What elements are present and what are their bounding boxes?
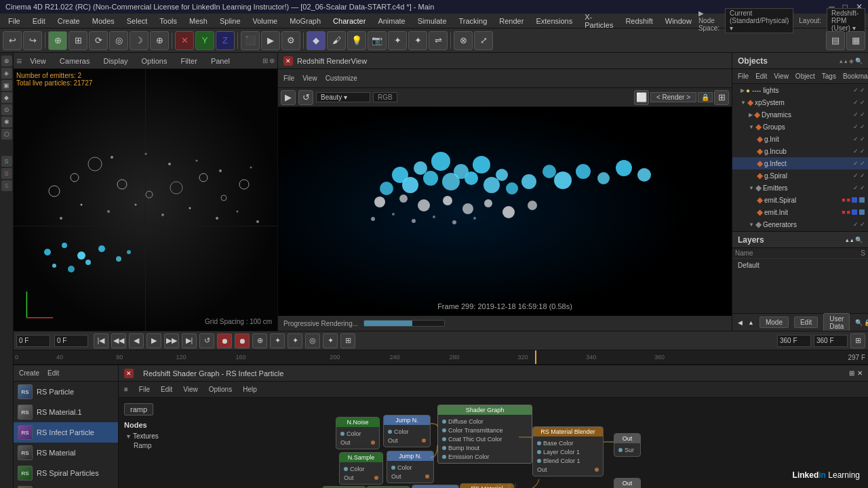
render-lock-btn[interactable]: 🔒	[698, 92, 713, 102]
menu-render[interactable]: Render	[494, 16, 529, 26]
render-content[interactable]: Frame 299: 2019-12-18 16:59:18 (0.58s)	[278, 107, 732, 316]
object-row-emitspiral[interactable]: ◆ emit.Spiral ■ ■	[732, 194, 868, 206]
object-row-emitinit[interactable]: ◆ emit.Init ■ ■	[732, 206, 868, 218]
ramp-node-label[interactable]: ramp	[124, 403, 153, 415]
shader-node-rsmatblend[interactable]: RS Material Blender Base Color Layer Col…	[532, 426, 604, 476]
sg-expand-btn[interactable]: ⊞	[849, 369, 854, 377]
material-item-rsm[interactable]: RS RS Material	[14, 443, 118, 463]
shader-graph-close[interactable]: ✕	[124, 369, 134, 378]
sidebar-icon-6[interactable]: ✱	[1, 117, 12, 127]
timeline-ruler[interactable]: 0 40 80 120 160 200 240 280 320 340 360 …	[14, 350, 868, 364]
nodes-ramp-item[interactable]: Ramp	[124, 441, 185, 450]
transport-play[interactable]: ▶	[146, 333, 161, 348]
sidebar-icon-4[interactable]: ◆	[1, 92, 12, 103]
render-grid-btn[interactable]: ⊞	[714, 90, 729, 105]
attrs-btn2[interactable]: 🔒	[864, 319, 868, 326]
tb-right2[interactable]: ▦	[846, 31, 865, 50]
render-file-menu[interactable]: File	[281, 74, 297, 83]
menu-file[interactable]: File	[3, 16, 26, 26]
sg-edit-menu[interactable]: Edit	[158, 385, 175, 394]
menu-spline[interactable]: Spline	[214, 16, 246, 26]
material-item-rsip[interactable]: RS RS Infect Particle	[14, 422, 118, 443]
render-beauty-select[interactable]: Beauty ▾	[316, 92, 370, 102]
mirror-btn[interactable]: ⇌	[429, 31, 448, 50]
sidebar-icon-3[interactable]: ▣	[1, 80, 12, 91]
sidebar-icon-7[interactable]: ⬡	[1, 129, 12, 140]
menu-simulate[interactable]: Simulate	[412, 16, 452, 26]
menu-tools[interactable]: Tools	[154, 16, 182, 26]
timeline-start-input[interactable]	[16, 335, 50, 347]
viewport-canvas[interactable]: Grid Spacing : 100 cm	[14, 69, 277, 331]
obj-object-menu[interactable]: Object	[793, 72, 818, 81]
vp-tab-display[interactable]: Display	[98, 56, 133, 66]
shader-graph-content[interactable]: ramp Nodes ▼ Textures Ramp	[119, 398, 868, 488]
left-viewport[interactable]: ≡ View Cameras Display Options Filter Pa…	[14, 53, 278, 331]
sidebar-icon-1[interactable]: ⊕	[1, 56, 12, 66]
transport-xp4[interactable]: ✦	[323, 333, 338, 348]
move-btn[interactable]: ⊕	[48, 31, 67, 50]
object-row-generators[interactable]: ▼ ◆ Generators ✓ ✓	[732, 218, 868, 230]
obj-file-menu[interactable]: File	[735, 72, 751, 81]
shader-node-noise1[interactable]: N.Noise Color Out	[336, 417, 380, 449]
redo-btn[interactable]: ↪	[23, 31, 42, 50]
node-space-value[interactable]: Current (Standard/Physical) ▾	[725, 8, 793, 33]
shader-node-sample1[interactable]: N.Sample Color Out	[339, 452, 383, 485]
transport-key[interactable]: ⊕	[252, 333, 267, 348]
layers-btn2[interactable]: ▴	[850, 237, 854, 243]
vp-menu-icon[interactable]: ≡	[16, 56, 22, 66]
attrs-nav-up[interactable]: ▲	[748, 319, 754, 326]
y-btn[interactable]: Y	[195, 31, 214, 50]
mat-create-btn[interactable]: Create	[16, 369, 42, 378]
shader-node-jump2[interactable]: Jump N. Color Out	[387, 451, 434, 483]
attrs-nav-back[interactable]: ◀	[738, 319, 743, 326]
render-settings-btn[interactable]: ⚙	[281, 31, 300, 50]
render-btn[interactable]: < Render >	[650, 92, 696, 102]
attrs-edit-tab[interactable]: Edit	[794, 317, 818, 328]
vp-tab-filter[interactable]: Filter	[175, 56, 202, 66]
attrs-btn1[interactable]: 🔍	[855, 319, 863, 326]
transport-record[interactable]: ⏺	[217, 333, 232, 348]
transport-record2[interactable]: ⏺	[235, 333, 250, 348]
play-btn[interactable]: ▶	[261, 31, 280, 50]
layers-btn1[interactable]: ▴	[846, 237, 849, 243]
z-btn[interactable]: Z	[216, 31, 235, 50]
shader-node-rsmat2[interactable]: RS Material Bun Out Color	[460, 483, 514, 488]
menu-create[interactable]: Create	[52, 16, 85, 26]
object-row-groups[interactable]: ▼ ◆ Groups ✓ ✓	[732, 121, 868, 133]
obj-panel-btn3[interactable]: ◈	[849, 58, 854, 64]
obj-view-menu[interactable]: View	[771, 72, 791, 81]
obj-panel-btn1[interactable]: ▴	[840, 58, 843, 64]
shader-node-jump1[interactable]: Jump N. Color Out	[383, 415, 431, 447]
menu-edit[interactable]: Edit	[27, 16, 51, 26]
obj-panel-btn2[interactable]: ▴	[844, 58, 848, 64]
vp-tab-options[interactable]: Options	[136, 56, 173, 66]
timeline-playhead[interactable]	[535, 350, 536, 364]
object-row-gspiral[interactable]: ◆ g.Spiral ✓ ✓	[732, 169, 868, 182]
render-customize-menu[interactable]: Customize	[323, 74, 360, 83]
light-btn[interactable]: 💡	[347, 31, 366, 50]
transport-go-start[interactable]: |◀	[94, 333, 108, 348]
object-row-gincub[interactable]: ◆ g.Incub ✓ ✓	[732, 145, 868, 157]
object-row-dynamics[interactable]: ▶ ◆ Dynamics ✓ ✓	[732, 108, 868, 121]
menu-window[interactable]: Window	[660, 16, 697, 26]
obj-tags-menu[interactable]: Tags	[819, 72, 839, 81]
timeline-current-input[interactable]	[54, 335, 88, 347]
obj-panel-search[interactable]: 🔍	[855, 58, 863, 64]
obj-edit-menu[interactable]: Edit	[753, 72, 770, 81]
menu-character[interactable]: Character	[328, 16, 371, 26]
vp-tab-panel[interactable]: Panel	[205, 56, 235, 66]
menu-mesh[interactable]: Mesh	[184, 16, 213, 26]
menu-tracking[interactable]: Tracking	[454, 16, 493, 26]
timeline-end-input1[interactable]	[777, 335, 811, 347]
nodes-textures-item[interactable]: ▼ Textures	[124, 432, 185, 441]
layers-search[interactable]: 🔍	[855, 237, 863, 243]
timeline-end-input2[interactable]	[814, 335, 848, 347]
undo-btn[interactable]: ↩	[3, 31, 22, 50]
tool6[interactable]: ⊕	[150, 31, 169, 50]
render-loop-btn[interactable]: ↺	[298, 90, 313, 105]
sg-view-menu[interactable]: View	[180, 385, 201, 394]
render-play-btn[interactable]: ▶	[281, 90, 296, 105]
object-row-emitters[interactable]: ▼ ◆ Emitters ✓ ✓	[732, 182, 868, 194]
xp2-btn[interactable]: ✦	[408, 31, 427, 50]
shader-node-out1[interactable]: Out Sur	[614, 433, 641, 457]
